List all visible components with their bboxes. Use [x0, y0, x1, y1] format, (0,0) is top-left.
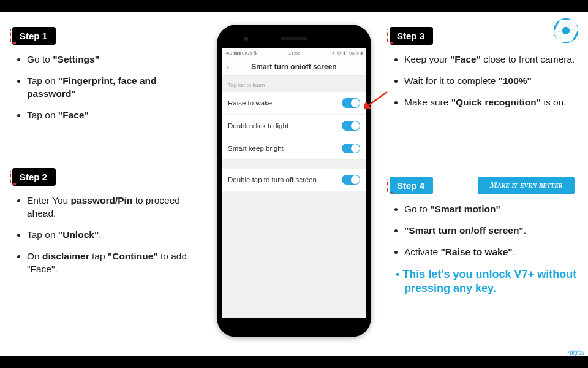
list-item: Wait for it to complete "100%"	[404, 75, 579, 88]
back-icon[interactable]: ‹	[227, 62, 230, 72]
list-item: Enter You password/Pin to proceed ahead.	[27, 194, 196, 220]
phone-bezel-bottom	[222, 318, 366, 332]
status-left: 4G ▮▮▮ 0K/s ⇅	[225, 50, 257, 56]
list-item: Make sure "Quick recognition" is on.	[404, 96, 579, 109]
status-right: ✳ ⚙ ◧ 90% ▮	[331, 50, 363, 56]
phone-bezel-top	[222, 29, 366, 48]
step3-list: Keep your "Face" close to front camera. …	[404, 53, 579, 109]
slide: Step 1 Go to "Settings" Tap on "Fingerpr…	[0, 12, 588, 356]
setting-row-smart-keep-bright[interactable]: Smart keep bright	[222, 137, 366, 160]
setting-row-raise-to-wake[interactable]: Raise to wake	[222, 92, 366, 115]
section-label: Tap list to learn	[222, 76, 366, 92]
list-item: Tap on "Unlock".	[27, 229, 196, 242]
screen-header: ‹ Smart turn on/off screen	[222, 58, 366, 76]
list-item: Keep your "Face" close to front camera.	[404, 53, 579, 66]
row-label: Raise to wake	[228, 99, 272, 107]
list-item: On disclaimer tap "Continue" to add "Fac…	[27, 250, 196, 276]
step2-list: Enter You password/Pin to proceed ahead.…	[27, 194, 196, 276]
screen-title: Smart turn on/off screen	[222, 63, 366, 71]
phone-mockup: 4G ▮▮▮ 0K/s ⇅ 11:56 ✳ ⚙ ◧ 90% ▮ ‹ Smart …	[217, 25, 371, 337]
phone-body: 4G ▮▮▮ 0K/s ⇅ 11:56 ✳ ⚙ ◧ 90% ▮ ‹ Smart …	[222, 29, 366, 332]
row-gap	[222, 160, 366, 169]
step4-block: Step 4 Go to "Smart motion" "Smart turn …	[390, 177, 579, 296]
setting-row-double-click[interactable]: Double click to light	[222, 115, 366, 137]
list-item: Activate "Raise to wake".	[404, 246, 579, 259]
list-item: "Smart turn on/off screen".	[404, 224, 579, 237]
status-bar: 4G ▮▮▮ 0K/s ⇅ 11:56 ✳ ⚙ ◧ 90% ▮	[222, 48, 366, 58]
make-it-better-callout: Make it even better	[478, 177, 575, 194]
step3-block: Step 3 Keep your "Face" close to front c…	[390, 27, 579, 118]
step1-block: Step 1 Go to "Settings" Tap on "Fingerpr…	[12, 27, 196, 131]
list-item: Tap on "Fingerprint, face and password"	[27, 75, 196, 101]
step4-tag: Step 4	[390, 177, 433, 194]
status-time: 11:56	[288, 50, 301, 56]
step3-tag: Step 3	[390, 27, 433, 45]
speaker-icon	[281, 37, 307, 40]
list-item: Go to "Settings"	[27, 53, 196, 66]
step1-list: Go to "Settings" Tap on "Fingerprint, fa…	[27, 53, 196, 122]
row-label: Smart keep bright	[228, 145, 284, 152]
toggle-switch[interactable]	[342, 121, 360, 131]
toggle-switch[interactable]	[342, 175, 360, 185]
front-camera-icon	[244, 37, 248, 41]
toggle-switch[interactable]	[342, 144, 360, 153]
row-label: Double click to light	[228, 122, 288, 129]
footer-watermark: 7digital	[567, 350, 584, 356]
setting-row-double-tap-off[interactable]: Double tap to turn off screen	[222, 169, 366, 191]
list-item: Go to "Smart motion"	[404, 203, 579, 216]
row-label: Double tap to turn off screen	[228, 176, 317, 183]
step2-tag: Step 2	[12, 168, 56, 186]
list-item: Tap on "Face"	[27, 109, 196, 122]
step4-list: Go to "Smart motion" "Smart turn on/off …	[404, 203, 579, 259]
phone-screen: 4G ▮▮▮ 0K/s ⇅ 11:56 ✳ ⚙ ◧ 90% ▮ ‹ Smart …	[222, 48, 366, 318]
toggle-switch[interactable]	[342, 98, 360, 108]
step4-tip: This let's you unlock V7+ without pressi…	[404, 267, 579, 296]
step1-tag: Step 1	[12, 27, 56, 45]
step2-block: Step 2 Enter You password/Pin to proceed…	[12, 168, 196, 285]
